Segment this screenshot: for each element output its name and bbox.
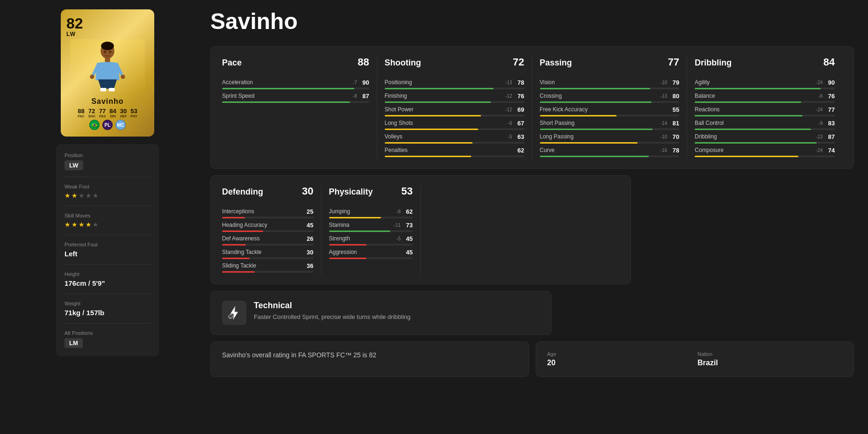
svg-rect-2 [105, 58, 110, 62]
svg-point-7 [104, 51, 107, 53]
category-shooting: Shooting 72 Positioning -13 78 Finishing… [377, 56, 532, 159]
empty-spacer [421, 185, 619, 275]
card-overall: 82 [66, 16, 83, 31]
stat-penalties: Penalties 62 [385, 145, 524, 157]
svg-point-8 [109, 51, 112, 53]
stat-strength: Strength -5 45 [329, 234, 413, 246]
info-preferred-foot: Preferred Foot Left [65, 242, 151, 258]
technical-content: Technical Faster Controlled Sprint, prec… [254, 301, 410, 322]
shooting-header: Shooting 72 [385, 56, 524, 71]
card-flags: 🇧🇷 PL MC [66, 120, 149, 130]
svg-point-3 [90, 75, 94, 79]
star-5: ★ [93, 192, 99, 199]
age-value: 20 [547, 359, 692, 367]
defending-header: Defending 30 [222, 185, 314, 200]
passing-rating: 77 [668, 56, 679, 68]
technical-icon: 6 [222, 301, 246, 325]
alt-position-badge: LM [65, 338, 83, 348]
physicality-header: Physicality 53 [329, 185, 413, 200]
svg-rect-6 [109, 88, 115, 91]
left-column: 82 LW [14, 9, 201, 377]
skill-star-1: ★ [65, 221, 71, 228]
technical-description: Faster Controlled Sprint, precise wide t… [254, 312, 410, 322]
stat-volleys: Volleys -5 63 [385, 132, 524, 144]
shooting-rating: 72 [513, 56, 524, 68]
skill-star-3: ★ [79, 221, 85, 228]
overall-rating-card: Savinho's overall rating in FA SPORTS FC… [210, 341, 529, 377]
physicality-label: Physicality [329, 187, 373, 197]
stat-composure: Composure -24 74 [695, 145, 835, 157]
star-2: ★ [72, 192, 78, 199]
player-info-panel: Position LW Weak Foot ★ ★ ★ ★ ★ Skill Mo… [56, 144, 159, 356]
info-alt-positions: Alt Positions LM [65, 330, 151, 348]
position-badge: LW [65, 160, 83, 170]
stat-crossing: Crossing -13 80 [540, 91, 680, 103]
alt-positions-label: Alt Positions [65, 330, 151, 336]
details-grid: Age 20 Nation Brazil [547, 351, 843, 367]
star-4: ★ [86, 192, 92, 199]
nation-section: Nation Brazil [697, 351, 842, 367]
stat-balance: Balance -6 76 [695, 91, 835, 103]
weak-foot-label: Weak Foot [65, 184, 151, 189]
stat-long-passing: Long Passing -10 70 [540, 132, 680, 144]
info-position: Position LW [65, 152, 151, 170]
preferred-foot-label: Preferred Foot [65, 242, 151, 247]
stat-free-kick-accuracy: Free Kick Accuracy 55 [540, 105, 680, 116]
stat-standing-tackle: Standing Tackle 30 [222, 247, 314, 259]
stat-heading-accuracy: Heading Accuracy 45 [222, 220, 314, 232]
passing-label: Passing [540, 58, 572, 68]
page-title: Savinho [210, 9, 854, 34]
svg-point-1 [101, 42, 114, 50]
skill-moves-stars: ★ ★ ★ ★ ★ [65, 221, 151, 228]
player-details-card: Age 20 Nation Brazil [536, 341, 854, 377]
flag-premier-league: PL [102, 120, 113, 130]
player-card: 82 LW [61, 9, 154, 137]
stat-curve: Curve -16 78 [540, 145, 680, 157]
svg-rect-5 [100, 88, 106, 91]
stat-vision: Vision -10 79 [540, 78, 680, 89]
card-stat-def: 30 DEF [120, 108, 127, 118]
category-passing: Passing 77 Vision -10 79 Crossing -13 [532, 56, 688, 159]
weight-label: Weight [65, 301, 151, 306]
stat-shot-power: Shot Power -12 69 [385, 105, 524, 116]
right-column: Savinho Pace 88 Acceleration -7 90 [210, 9, 854, 377]
physicality-rating: 53 [402, 185, 413, 197]
separator-6 [65, 323, 151, 324]
pace-header: Pace 88 [222, 56, 369, 71]
flag-brazil: 🇧🇷 [89, 120, 100, 130]
defending-rating: 30 [302, 185, 313, 197]
svg-point-4 [121, 75, 125, 79]
info-height: Height 176cm / 5'9" [65, 271, 151, 287]
dribbling-label: Dribbling [695, 58, 732, 68]
card-player-name: Savinho [66, 97, 149, 106]
stat-positioning: Positioning -13 78 [385, 78, 524, 89]
separator-3 [65, 235, 151, 235]
dribbling-rating: 84 [824, 56, 835, 68]
stat-acceleration: Acceleration -7 90 [222, 78, 369, 89]
shooting-label: Shooting [385, 58, 421, 68]
card-stat-phy: 53 PHY [130, 108, 137, 118]
card-position: LW [66, 31, 76, 37]
main-layout: 82 LW [0, 0, 868, 386]
card-stat-pas: 77 PAS [99, 108, 106, 118]
star-3: ★ [79, 192, 85, 199]
stat-reactions: Reactions -24 77 [695, 105, 835, 116]
info-skill-moves: Skill Moves ★ ★ ★ ★ ★ [65, 213, 151, 228]
overall-text: Savinho's overall rating in FA SPORTS FC… [222, 351, 517, 359]
stat-short-passing: Short Passing -14 81 [540, 118, 680, 130]
preferred-foot-value: Left [65, 250, 151, 258]
stat-stamina: Stamina -11 73 [329, 220, 413, 232]
weight-value: 71kg / 157lb [65, 309, 151, 317]
separator-2 [65, 206, 151, 206]
skill-star-4: ★ [86, 221, 92, 228]
category-defending: Defending 30 Interceptions 25 Heading Ac… [222, 185, 322, 275]
card-stat-pac: 88 PAC [78, 108, 84, 118]
passing-header: Passing 77 [540, 56, 680, 71]
pace-label: Pace [222, 58, 242, 68]
player-image [70, 39, 145, 95]
skill-star-2: ★ [72, 221, 78, 228]
info-weak-foot: Weak Foot ★ ★ ★ ★ ★ [65, 184, 151, 199]
age-label: Age [547, 351, 692, 357]
card-stats-row: 88 PAC 72 SHO 77 PAS 84 DRI 30 DEF [66, 108, 149, 118]
stat-long-shots: Long Shots -6 67 [385, 118, 524, 130]
